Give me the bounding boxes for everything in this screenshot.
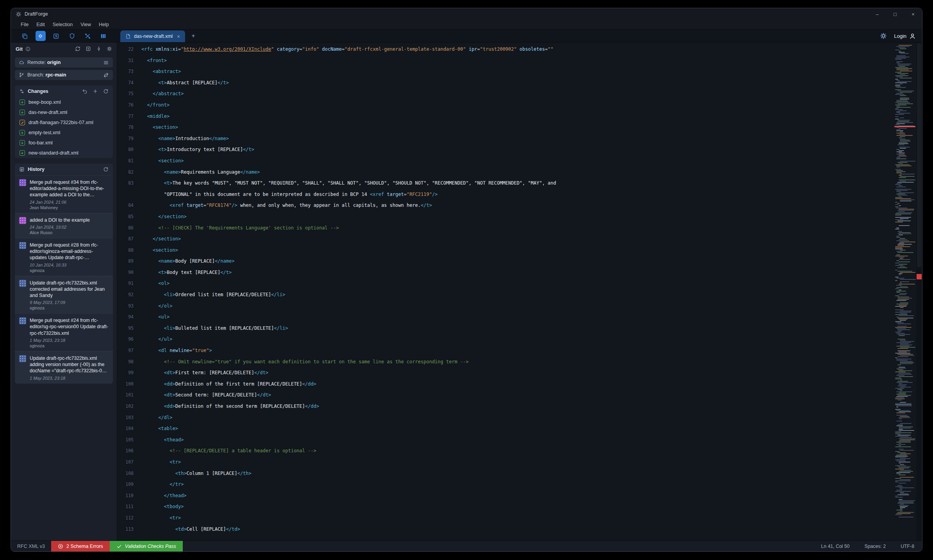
code-line[interactable]: 95 <li>Bulleted list item [REPLACE/DELET… [117,323,894,334]
menu-item-edit[interactable]: Edit [33,21,48,28]
code-line[interactable]: 88 <section> [117,245,894,256]
menu-item-selection[interactable]: Selection [49,21,76,28]
code-line[interactable]: "OPTIONAL" in this document are to be in… [117,189,894,200]
changed-file-item[interactable]: draft-flanagan-7322bis-07.xml [15,117,113,128]
code-line[interactable]: 83 <t>The key words "MUST", "MUST NOT", … [117,178,894,189]
menu-item-view[interactable]: View [77,21,95,28]
menu-item-help[interactable]: Help [95,21,112,28]
code-line[interactable]: 109 </tr> [117,479,894,490]
code-line[interactable]: 89 <name>Body [REPLACE]</name> [117,256,894,267]
maximize-button[interactable]: □ [886,8,904,20]
schema-icon[interactable] [51,31,61,41]
code-line[interactable]: 90 <t>Body text [REPLACE]</t> [117,267,894,278]
git-settings-icon[interactable] [107,46,112,52]
code-line[interactable]: 100 <dd>Definition of the first term [RE… [117,379,894,390]
git-panel-icon[interactable] [36,31,46,41]
login-button[interactable]: Login [894,33,916,39]
indentation-setting[interactable]: Spaces: 2 [864,544,886,549]
code-line[interactable]: 102 <dd>Definition of the second term [R… [117,401,894,412]
code-line[interactable]: 113 <td>Cell [REPLACE]</td> [117,524,894,535]
validation-pass-badge[interactable]: Validation Checks Pass [110,541,183,551]
code-line[interactable]: 107 <tr> [117,457,894,468]
remote-menu-icon[interactable] [103,60,109,66]
code-line[interactable]: 98 <!-- Omit newline="true" if you want … [117,356,894,368]
branch-selector[interactable]: Branch: rpc-main [15,70,113,80]
code-line[interactable]: 78 <section> [117,122,894,133]
code-line[interactable]: 108 <th>Column 1 [REPLACE]</th> [117,468,894,479]
commit-item[interactable]: Merge pull request #24 from rfc-editor/s… [15,313,113,351]
changed-file-item[interactable]: +beep-boop.xml [15,97,113,107]
schema-errors-badge[interactable]: 2 Schema Errors [51,541,110,551]
code-line[interactable]: 73 <abstract> [117,66,894,77]
code-line[interactable]: 104 <table> [117,423,894,434]
code-line[interactable]: 101 <dt>Second term: [REPLACE/DELETE]</d… [117,389,894,401]
code-line[interactable]: 103 </dl> [117,412,894,423]
branch-swap-icon[interactable] [103,72,109,78]
code-line[interactable]: 106 <!-- [REPLACE/DELETE] a table header… [117,445,894,457]
commit-item[interactable]: added a DOI to the example24 Jan 2024, 1… [15,213,113,238]
tab-das-new-draft[interactable]: das-new-draft.xml × [120,30,185,42]
commit-icon[interactable] [96,46,102,52]
code-line[interactable]: 105 <thead> [117,434,894,446]
stage-icon[interactable] [93,89,98,94]
commit-item[interactable]: Update draft-rpc-rfc7322bis.xml adding v… [15,351,113,384]
tab-close-icon[interactable]: × [177,34,180,39]
code-line[interactable]: 80 <t>Introductory text [REPLACE]</t> [117,144,894,155]
changed-file-item[interactable]: +foo-bar.xml [15,138,113,148]
changed-file-item[interactable]: +empty-test.xml [15,128,113,138]
code-editor[interactable]: 22<rfc xmlns:xi="http://www.w3.org/2001/… [117,43,922,540]
minimize-button[interactable]: – [868,8,886,20]
menu-item-file[interactable]: File [17,21,32,28]
code-line[interactable]: 112 <tr> [117,512,894,524]
code-line[interactable]: 92 <li>Ordered list item [REPLACE/DELETE… [117,289,894,300]
commit-item[interactable]: Merge pull request #34 from rfc-editor/a… [15,175,113,213]
code-line[interactable]: 84 <xref target="RFC8174"/> when, and on… [117,200,894,211]
close-button[interactable]: × [904,8,922,20]
code-line[interactable]: 110 </thead> [117,490,894,501]
code-line[interactable]: 22<rfc xmlns:xi="http://www.w3.org/2001/… [117,44,894,55]
code-line[interactable]: 74 <t>Abstract [REPLACE]</t> [117,77,894,89]
changes-panel: Changes +beep-boop.xml+das-new-draft.xml… [15,85,113,158]
code-line[interactable]: 111 <tbody> [117,501,894,512]
code-line[interactable]: 31 <front> [117,55,894,66]
code-line[interactable]: 81 <section> [117,155,894,167]
code-line[interactable]: 91 <ol> [117,278,894,289]
changed-file-item[interactable]: +new-standard-draft.xml [15,148,113,158]
doc-mode-label[interactable]: RFC XML v3 [11,544,51,549]
editor-files-icon[interactable] [20,31,30,41]
code-lines[interactable]: 22<rfc xmlns:xi="http://www.w3.org/2001/… [117,43,894,540]
discard-icon[interactable] [82,89,87,94]
editor-scrollbar[interactable] [916,43,922,540]
remote-selector[interactable]: Remote: origin [15,57,113,68]
settings-gear-icon[interactable] [880,32,887,39]
scrollbar-thumb[interactable] [917,43,921,267]
code-line[interactable]: 99 <dt>First term: [REPLACE/DELETE]</dt> [117,367,894,379]
validation-shield-icon[interactable] [67,31,77,41]
code-line[interactable]: 79 <name>Introduction</name> [117,133,894,144]
code-line[interactable]: 97 <dl newline="true"> [117,345,894,356]
grid-columns-icon[interactable] [98,31,109,41]
code-line[interactable]: 86 <!-- [CHECK] The 'Requirements Langua… [117,222,894,234]
code-line[interactable]: 94 <ul> [117,311,894,323]
cursor-position[interactable]: Ln 41, Col 50 [821,544,849,549]
stage-all-icon[interactable] [86,46,91,52]
new-tab-button[interactable]: + [188,31,198,41]
code-line[interactable]: 82 <name>Requirements Language</name> [117,167,894,178]
code-line[interactable]: 85 </section> [117,211,894,222]
sync-icon[interactable] [75,46,80,52]
minimap[interactable] [894,43,916,540]
history-refresh-icon[interactable] [103,167,109,172]
code-line[interactable]: 75 </abstract> [117,88,894,100]
encoding-setting[interactable]: UTF-8 [901,544,914,549]
commit-item[interactable]: Update draft-rpc-rfc7322bis.xml correcte… [15,276,113,314]
changes-refresh-icon[interactable] [103,89,109,94]
code-line[interactable]: 96 </ul> [117,334,894,345]
changed-file-item[interactable]: +das-new-draft.xml [15,107,113,117]
code-line[interactable]: 93 </ol> [117,300,894,312]
code-line[interactable]: 87 </section> [117,233,894,245]
tools-icon[interactable] [82,31,93,41]
code-line[interactable]: 76 </front> [117,100,894,111]
commit-item[interactable]: Merge pull request #28 from rfc-editor/s… [15,238,113,276]
code-line[interactable]: 77 <middle> [117,111,894,122]
info-icon[interactable] [25,46,30,52]
